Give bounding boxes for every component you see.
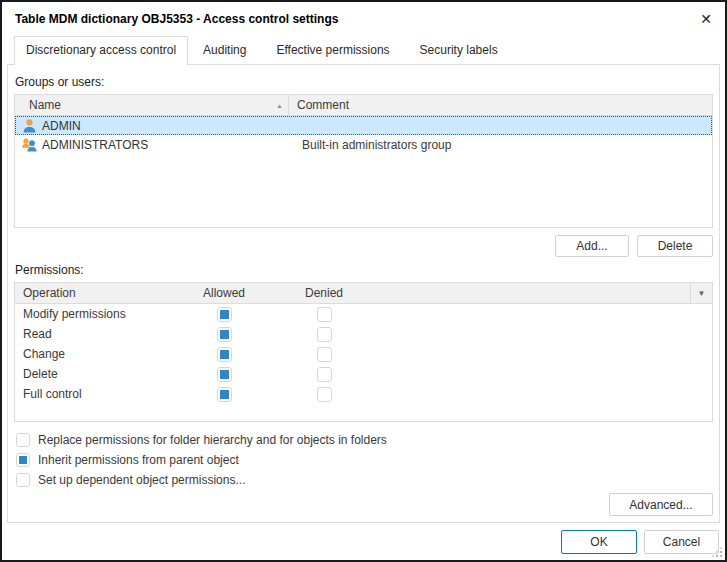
option-inherit-permissions: Inherit permissions from parent object <box>16 453 713 467</box>
allowed-checkbox[interactable] <box>217 327 232 342</box>
dialog-title: Table MDM dictionary OBJ5353 - Access co… <box>2 12 338 26</box>
cancel-button[interactable]: Cancel <box>644 530 719 554</box>
column-header-operation[interactable]: Operation <box>15 286 174 300</box>
operation-label: Read <box>15 327 174 341</box>
inherit-permissions-checkbox[interactable] <box>16 453 30 467</box>
group-name: ADMINISTRATORS <box>42 138 294 152</box>
denied-checkbox[interactable] <box>317 347 332 362</box>
group-name: ADMIN <box>42 119 294 133</box>
allowed-checkbox[interactable] <box>217 307 232 322</box>
operation-label: Full control <box>15 387 174 401</box>
column-options-dropdown-icon[interactable]: ▼ <box>690 283 712 303</box>
add-button[interactable]: Add... <box>555 235 629 257</box>
option-checkboxes: Replace permissions for folder hierarchy… <box>14 433 713 487</box>
permissions-table: Operation Allowed Denied ▼ Modify permis… <box>14 282 713 422</box>
denied-checkbox[interactable] <box>317 387 332 402</box>
sort-ascending-icon: ▲ <box>276 102 283 108</box>
allowed-checkbox[interactable] <box>217 347 232 362</box>
permission-row-full-control: Full control <box>15 384 712 404</box>
titlebar: Table MDM dictionary OBJ5353 - Access co… <box>2 2 725 36</box>
group-row-administrators[interactable]: ADMINISTRATORS Built-in administrators g… <box>15 135 712 154</box>
user-icon <box>21 118 38 134</box>
denied-checkbox[interactable] <box>317 307 332 322</box>
access-control-dialog: Table MDM dictionary OBJ5353 - Access co… <box>0 0 727 562</box>
column-header-name-label: Name <box>29 98 61 112</box>
delete-button[interactable]: Delete <box>637 235 713 257</box>
allowed-checkbox[interactable] <box>217 367 232 382</box>
advanced-button[interactable]: Advanced... <box>609 493 713 516</box>
tab-security-labels[interactable]: Security labels <box>405 36 513 65</box>
allowed-checkbox[interactable] <box>217 387 232 402</box>
groups-list: Name ▲ Comment ADMIN <box>14 94 713 228</box>
column-header-comment[interactable]: Comment <box>289 95 712 115</box>
permissions-header: Operation Allowed Denied ▼ <box>15 283 712 304</box>
groups-actions: Add... Delete <box>14 235 713 257</box>
dependent-permissions-label: Set up dependent object permissions... <box>38 473 245 487</box>
tab-panel: Groups or users: Name ▲ Comment <box>7 64 720 523</box>
column-header-name[interactable]: Name ▲ <box>15 95 289 115</box>
denied-checkbox[interactable] <box>317 367 332 382</box>
dependent-permissions-checkbox[interactable] <box>16 473 30 487</box>
column-header-allowed[interactable]: Allowed <box>174 286 274 300</box>
tab-strip: Discretionary access control Auditing Ef… <box>2 36 725 65</box>
tab-auditing[interactable]: Auditing <box>188 36 261 65</box>
replace-permissions-checkbox[interactable] <box>16 433 30 447</box>
groups-list-header: Name ▲ Comment <box>15 95 712 116</box>
denied-checkbox[interactable] <box>317 327 332 342</box>
ok-button[interactable]: OK <box>561 530 637 554</box>
column-header-denied[interactable]: Denied <box>274 286 374 300</box>
tab-discretionary-access-control[interactable]: Discretionary access control <box>14 36 188 65</box>
group-row-admin[interactable]: ADMIN <box>15 116 712 135</box>
replace-permissions-label: Replace permissions for folder hierarchy… <box>38 433 387 447</box>
group-comment: Built-in administrators group <box>294 138 712 152</box>
resize-grip[interactable] <box>712 547 723 558</box>
tab-effective-permissions[interactable]: Effective permissions <box>261 36 404 65</box>
option-dependent-permissions: Set up dependent object permissions... <box>16 473 713 487</box>
option-replace-permissions: Replace permissions for folder hierarchy… <box>16 433 713 447</box>
permission-row-change: Change <box>15 344 712 364</box>
close-icon[interactable]: ✕ <box>687 4 725 34</box>
operation-label: Change <box>15 347 174 361</box>
permission-row-read: Read <box>15 324 712 344</box>
inherit-permissions-label: Inherit permissions from parent object <box>38 453 239 467</box>
column-header-comment-label: Comment <box>297 98 349 112</box>
groups-or-users-label: Groups or users: <box>15 75 713 89</box>
permission-row-delete: Delete <box>15 364 712 384</box>
users-group-icon <box>21 137 38 153</box>
advanced-row: Advanced... <box>14 493 713 516</box>
permission-row-modify-permissions: Modify permissions <box>15 304 712 324</box>
dialog-footer: OK Cancel <box>2 523 725 560</box>
permissions-label: Permissions: <box>15 263 713 277</box>
operation-label: Modify permissions <box>15 307 174 321</box>
operation-label: Delete <box>15 367 174 381</box>
